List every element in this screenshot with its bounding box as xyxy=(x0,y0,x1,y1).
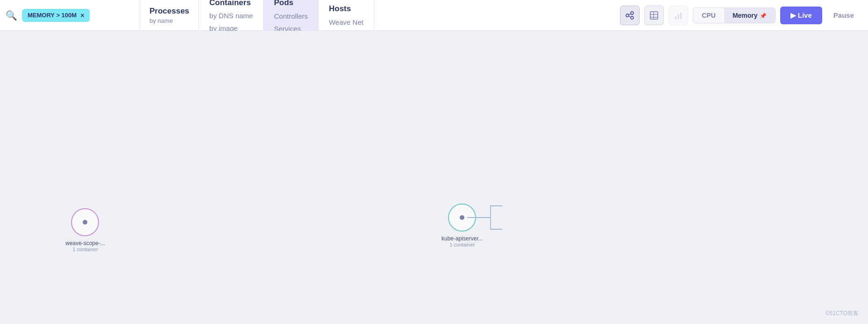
metric-toggles: CPU Memory📌 xyxy=(693,7,775,23)
nav-containers-dns[interactable]: by DNS name xyxy=(199,9,263,22)
svg-rect-5 xyxy=(650,12,658,19)
svg-line-3 xyxy=(629,14,631,15)
nav-hosts-weavenet[interactable]: Weave Net xyxy=(329,16,363,28)
svg-rect-10 xyxy=(678,14,679,19)
kube-apiserver-sublabel: 1 container xyxy=(449,242,475,247)
search-icon[interactable]: 🔍 xyxy=(6,10,17,21)
nav-hosts: Hosts Weave Net xyxy=(319,0,374,30)
nav-containers: Containers by DNS name by image xyxy=(199,0,263,30)
right-controls: CPU Memory📌 ▶ Live Pause xyxy=(612,0,868,30)
filter-tag[interactable]: MEMORY > 100M × xyxy=(22,9,90,22)
nav-hosts-main[interactable]: Hosts xyxy=(329,2,363,16)
svg-point-1 xyxy=(631,12,633,14)
filter-remove-button[interactable]: × xyxy=(80,12,84,19)
svg-rect-11 xyxy=(680,13,682,19)
nav-processes-sub: by name xyxy=(149,17,189,24)
topbar: 🔍 MEMORY > 100M × Processes by name Cont… xyxy=(0,0,868,31)
weave-scope-label: weave-scope-... xyxy=(65,240,105,247)
nav-processes-main: Processes xyxy=(149,7,189,16)
pause-button[interactable]: Pause xyxy=(827,7,861,24)
watermark: ©51CTO简客 xyxy=(825,310,859,317)
nav-containers-main[interactable]: Containers xyxy=(199,0,263,9)
filter-tag-label: MEMORY > 100M xyxy=(28,12,77,19)
nav-pods-controllers[interactable]: Controllers xyxy=(274,10,308,22)
nav-pods: Pods Controllers Services xyxy=(263,0,319,30)
nav-pods-main[interactable]: Pods xyxy=(274,0,308,10)
live-button[interactable]: ▶ Live xyxy=(780,7,822,24)
node-weave-scope[interactable]: weave-scope-... 1 container xyxy=(65,208,105,252)
kube-connector-arm xyxy=(467,204,509,234)
weave-scope-sublabel: 1 container xyxy=(72,247,98,252)
search-area: 🔍 MEMORY > 100M × xyxy=(0,0,140,30)
kube-apiserver-label: kube-apiserver... xyxy=(441,235,483,242)
svg-line-4 xyxy=(629,16,631,17)
svg-point-2 xyxy=(631,16,633,19)
graph-view-button[interactable] xyxy=(620,6,640,25)
kube-apiserver-group: kube-apiserver... 1 container xyxy=(441,204,483,247)
pin-icon: 📌 xyxy=(760,13,767,19)
nav-processes[interactable]: Processes by name xyxy=(140,0,199,30)
svg-point-0 xyxy=(626,14,629,17)
kube-apiserver-dot xyxy=(460,215,464,220)
memory-toggle[interactable]: Memory📌 xyxy=(724,8,775,23)
weave-scope-circle xyxy=(71,208,99,236)
graph-canvas: weave-scope-... 1 container kube-apiserv… xyxy=(0,31,868,324)
cpu-toggle[interactable]: CPU xyxy=(693,8,724,23)
weave-scope-dot xyxy=(83,220,87,225)
table-view-button[interactable] xyxy=(644,6,664,25)
svg-rect-9 xyxy=(675,16,676,19)
chart-view-button[interactable] xyxy=(669,6,688,25)
memory-label: Memory xyxy=(733,12,758,19)
